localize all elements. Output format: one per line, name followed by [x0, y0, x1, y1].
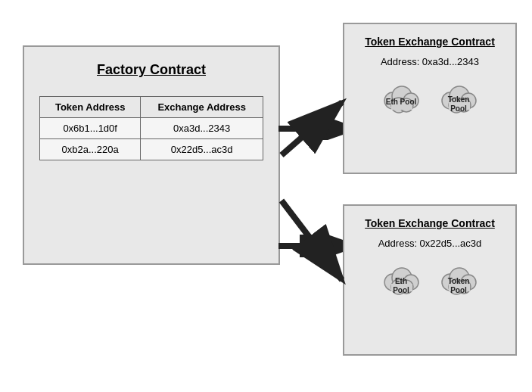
exchange-top-address: Address: 0xa3d...2343	[355, 56, 505, 67]
svg-text:Pool: Pool	[450, 286, 467, 294]
table-row: 0xb2a...220a 0x22d5...ac3d	[40, 139, 263, 160]
exchange-top-title: Token Exchange Contract	[355, 35, 505, 48]
token-pool-cloud-bottom: Token Pool	[435, 261, 482, 297]
exchange-top-box: Token Exchange Contract Address: 0xa3d..…	[343, 23, 517, 174]
factory-table: Token Address Exchange Address 0x6b1...1…	[39, 96, 263, 160]
token-address-2: 0xb2a...220a	[40, 139, 141, 160]
exchange-address-1: 0xa3d...2343	[141, 118, 263, 139]
diagram: Factory Contract Token Address Exchange …	[0, 0, 532, 392]
svg-text:Eth: Eth	[395, 277, 407, 285]
token-address-1: 0x6b1...1d0f	[40, 118, 141, 139]
pools-row-top: Eth Pool Token Pool	[355, 79, 505, 116]
exchange-bottom-address: Address: 0x22d5...ac3d	[355, 238, 505, 249]
token-pool-cloud-top: Token Pool	[435, 79, 482, 116]
svg-text:Eth Pool: Eth Pool	[386, 98, 417, 106]
eth-pool-cloud-top: Eth Pool	[378, 79, 425, 116]
exchange-bottom-box: Token Exchange Contract Address: 0x22d5.…	[343, 204, 517, 356]
eth-pool-top: Eth Pool	[378, 79, 425, 116]
col-token-address: Token Address	[40, 97, 141, 118]
token-pool-bottom: Token Pool	[435, 261, 482, 297]
exchange-address-2: 0x22d5...ac3d	[141, 139, 263, 160]
eth-pool-bottom: Eth Pool	[378, 261, 425, 297]
col-exchange-address: Exchange Address	[141, 97, 263, 118]
pools-row-bottom: Eth Pool Token Pool	[355, 261, 505, 297]
svg-text:Token: Token	[448, 277, 470, 285]
factory-title: Factory Contract	[39, 62, 263, 78]
token-pool-top: Token Pool	[435, 79, 482, 116]
eth-pool-cloud-bottom: Eth Pool	[378, 261, 425, 297]
exchange-bottom-title: Token Exchange Contract	[355, 216, 505, 230]
factory-contract-box: Factory Contract Token Address Exchange …	[23, 45, 280, 265]
svg-text:Pool: Pool	[450, 104, 467, 113]
svg-text:Token: Token	[448, 95, 470, 104]
table-row: 0x6b1...1d0f 0xa3d...2343	[40, 118, 263, 139]
svg-text:Pool: Pool	[393, 286, 409, 294]
